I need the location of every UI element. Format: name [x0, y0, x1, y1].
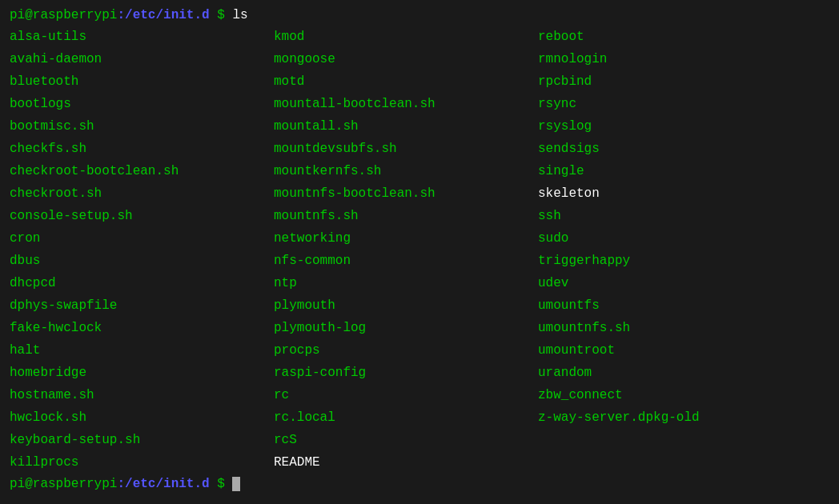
list-item: checkfs.sh: [10, 138, 274, 160]
list-item: dhcpcd: [10, 272, 274, 294]
list-item: mongoose: [274, 48, 538, 70]
prompt-command: ls: [232, 8, 247, 22]
list-item: mountnfs.sh: [274, 205, 538, 227]
list-item: triggerhappy: [538, 250, 829, 272]
prompt-dollar: $: [210, 8, 233, 22]
list-item: sudo: [538, 227, 829, 250]
list-item: kmod: [274, 26, 538, 48]
bottom-prompt-path: :/etc/init.d: [117, 477, 209, 491]
list-item: fake-hwclock: [10, 317, 274, 339]
bottom-prompt-dollar: $: [210, 477, 233, 491]
list-item: raspi-config: [274, 362, 538, 384]
list-item: ssh: [538, 205, 829, 227]
prompt-path: :/etc/init.d: [117, 8, 209, 22]
prompt-user: pi@raspberrypi: [10, 8, 117, 22]
list-item: keyboard-setup.sh: [10, 429, 274, 451]
list-item: [538, 429, 829, 451]
list-item: mountall-bootclean.sh: [274, 93, 538, 115]
list-item: procps: [274, 339, 538, 362]
list-item: dbus: [10, 250, 274, 272]
list-item: umountnfs.sh: [538, 317, 829, 339]
list-item: [538, 451, 829, 474]
list-item: zbw_connect: [538, 384, 829, 406]
list-item: nfs-common: [274, 250, 538, 272]
list-item: ntp: [274, 272, 538, 294]
list-item: mountdevsubfs.sh: [274, 138, 538, 160]
list-item: rsync: [538, 93, 829, 115]
list-item: checkroot-bootclean.sh: [10, 160, 274, 182]
list-item: homebridge: [10, 362, 274, 384]
list-item: README: [274, 451, 538, 474]
list-item: rpcbind: [538, 70, 829, 93]
list-item: mountkernfs.sh: [274, 160, 538, 182]
list-item: rc: [274, 384, 538, 406]
list-item: console-setup.sh: [10, 205, 274, 227]
list-item: rsyslog: [538, 115, 829, 138]
list-item: halt: [10, 339, 274, 362]
list-item: killprocs: [10, 451, 274, 474]
list-item: hwclock.sh: [10, 406, 274, 429]
list-item: rmnologin: [538, 48, 829, 70]
list-item: z-way-server.dpkg-old: [538, 406, 829, 429]
list-item: bluetooth: [10, 70, 274, 93]
list-item: plymouth-log: [274, 317, 538, 339]
file-listing: alsa-utilskmodrebootavahi-daemonmongoose…: [10, 26, 829, 474]
bottom-prompt: pi@raspberrypi:/etc/init.d $: [10, 477, 829, 491]
list-item: hostname.sh: [10, 384, 274, 406]
cursor: [232, 477, 240, 491]
list-item: umountroot: [538, 339, 829, 362]
list-item: sendsigs: [538, 138, 829, 160]
list-item: networking: [274, 227, 538, 250]
list-item: mountnfs-bootclean.sh: [274, 182, 538, 205]
list-item: rc.local: [274, 406, 538, 429]
list-item: motd: [274, 70, 538, 93]
list-item: bootmisc.sh: [10, 115, 274, 138]
top-prompt: pi@raspberrypi:/etc/init.d $ ls: [10, 8, 829, 22]
list-item: avahi-daemon: [10, 48, 274, 70]
list-item: cron: [10, 227, 274, 250]
list-item: umountfs: [538, 294, 829, 317]
list-item: bootlogs: [10, 93, 274, 115]
list-item: rcS: [274, 429, 538, 451]
bottom-prompt-user: pi@raspberrypi: [10, 477, 117, 491]
list-item: checkroot.sh: [10, 182, 274, 205]
list-item: single: [538, 160, 829, 182]
list-item: mountall.sh: [274, 115, 538, 138]
list-item: plymouth: [274, 294, 538, 317]
list-item: reboot: [538, 26, 829, 48]
list-item: urandom: [538, 362, 829, 384]
list-item: dphys-swapfile: [10, 294, 274, 317]
terminal: pi@raspberrypi:/etc/init.d $ ls alsa-uti…: [10, 8, 829, 504]
list-item: udev: [538, 272, 829, 294]
list-item: alsa-utils: [10, 26, 274, 48]
list-item: skeleton: [538, 182, 829, 205]
